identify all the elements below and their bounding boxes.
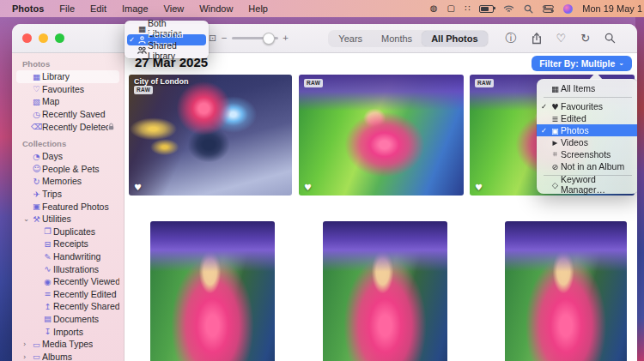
receipts-icon: ⊟ — [42, 239, 53, 249]
sidebar-item-map[interactable]: ▧ Map — [16, 95, 119, 108]
raw-badge: RAW — [304, 79, 323, 87]
display-icon[interactable]: ▢ — [447, 4, 454, 13]
sidebar-item-people-pets[interactable]: ☺ People & Pets — [16, 163, 119, 176]
traffic-lights — [12, 33, 64, 43]
menu-view[interactable]: View — [156, 3, 192, 14]
sidebar-item-imports[interactable]: ↧ Imports — [16, 325, 119, 338]
people-icon: ☺ — [31, 164, 42, 173]
trash-icon: ⌫ — [31, 122, 42, 131]
menu-bar-clock[interactable]: Mon 19 May 1 — [582, 3, 642, 14]
share-icon[interactable] — [532, 33, 542, 45]
close-button[interactable] — [22, 33, 32, 43]
zoom-slider-knob[interactable] — [263, 33, 275, 45]
filter-item-all-items[interactable]: ▦ All Items — [537, 82, 637, 94]
library-icon: ▦ — [31, 72, 42, 81]
globe-icon[interactable]: ◍ — [430, 4, 438, 13]
chevron-right-icon[interactable]: › — [23, 352, 31, 361]
filter-item-screenshots[interactable]: ⌗ Screenshots — [537, 148, 637, 160]
grid-icon: ▦ — [550, 84, 561, 93]
filter-item-favourites[interactable]: ✓ ♥ Favourites — [537, 100, 637, 112]
filter-item-photos[interactable]: ✓ ▣ Photos — [537, 124, 637, 136]
chevron-down-icon: ⌄ — [618, 60, 624, 67]
fullscreen-button[interactable] — [55, 33, 64, 43]
favourite-icon[interactable]: ♡ — [556, 33, 567, 44]
chevron-down-icon[interactable]: ⌄ — [23, 214, 31, 223]
menu-window[interactable]: Window — [191, 3, 240, 14]
info-icon[interactable]: ⓘ — [506, 33, 517, 44]
wifi-icon[interactable] — [503, 4, 514, 13]
menu-file[interactable]: File — [52, 3, 82, 14]
featured-icon: ▣ — [31, 202, 42, 211]
photo-thumbnail[interactable] — [323, 221, 447, 361]
tab-years[interactable]: Years — [329, 31, 372, 46]
raw-badge: RAW — [134, 86, 153, 94]
filter-item-videos[interactable]: ▶ Videos — [537, 136, 637, 148]
sidebar-item-recently-viewed[interactable]: ◉ Recently Viewed — [16, 275, 119, 288]
sidebar-item-duplicates[interactable]: ❐ Duplicates — [16, 226, 119, 238]
menu-image[interactable]: Image — [114, 3, 156, 14]
sidebar-item-utilities[interactable]: ⌄ ⚒ Utilities — [16, 213, 119, 226]
thumbnail-size-icon: ⊡ — [209, 33, 216, 43]
sidebar-item-memories[interactable]: ↻ Memories — [16, 175, 119, 188]
sidebar-item-documents[interactable]: ▤ Documents — [16, 313, 119, 326]
menu-app-photos[interactable]: Photos — [0, 3, 52, 14]
video-icon: ▶ — [550, 139, 561, 147]
sliders-icon: ≣ — [550, 114, 561, 123]
minimize-button[interactable] — [39, 33, 48, 43]
spotlight-search-icon[interactable] — [524, 4, 533, 14]
keyboard-brightness-icon[interactable]: ∷ — [465, 4, 470, 13]
utilities-icon: ⚒ — [31, 214, 42, 224]
sidebar-item-days[interactable]: ◔ Days — [16, 150, 119, 163]
sidebar-item-trips[interactable]: ✈ Trips — [16, 188, 119, 201]
menu-edit[interactable]: Edit — [82, 3, 114, 14]
tab-all-photos[interactable]: All Photos — [422, 31, 487, 46]
photo-thumbnail[interactable] — [150, 221, 275, 361]
tab-months[interactable]: Months — [372, 31, 422, 46]
filter-item-keyword-manager[interactable]: ◇ Keyword Manager… — [537, 178, 637, 190]
tag-icon: ◇ — [550, 180, 561, 190]
sidebar-item-favourites[interactable]: ♡ Favourites — [16, 83, 119, 96]
chevron-right-icon[interactable]: › — [23, 340, 31, 348]
filter-item-edited[interactable]: ≣ Edited — [537, 112, 637, 124]
documents-icon: ▤ — [42, 314, 53, 323]
menu-separator — [544, 97, 632, 98]
battery-icon[interactable] — [479, 5, 494, 13]
sidebar-item-albums[interactable]: › ▭ Albums — [16, 350, 119, 361]
photo-thumbnail[interactable] — [505, 221, 627, 361]
no-album-icon: ⊘ — [550, 162, 561, 171]
menu-item-shared-library[interactable]: Shared Library — [127, 45, 206, 57]
favourite-heart-icon: ♥ — [475, 183, 483, 192]
sidebar-item-library[interactable]: ▦ Library — [16, 70, 119, 83]
control-center-icon[interactable] — [543, 5, 554, 13]
sidebar: Photos ▦ Library ♡ Favourites ▧ Map ◷ Re… — [12, 53, 125, 361]
filter-by-button[interactable]: Filter By: Multiple ⌄ — [532, 56, 632, 71]
desktop-wallpaper: Photos File Edit Image View Window Help … — [0, 0, 644, 361]
sidebar-item-recently-saved[interactable]: ◷ Recently Saved — [16, 108, 119, 121]
menu-help[interactable]: Help — [240, 3, 276, 14]
zoom-slider[interactable] — [232, 37, 278, 39]
sidebar-item-media-types[interactable]: › ▭ Media Types — [16, 338, 119, 351]
menu-bar-status: ◍ ▢ ∷ Mon 19 May 1 — [430, 3, 644, 14]
heart-icon: ♥ — [550, 102, 561, 111]
menu-bar: Photos File Edit Image View Window Help … — [0, 0, 644, 17]
sidebar-item-recently-shared[interactable]: ↥ Recently Shared — [16, 300, 119, 313]
sidebar-item-illustrations[interactable]: ∿ Illustrations — [16, 262, 119, 275]
search-icon[interactable] — [605, 33, 616, 44]
sidebar-item-featured-photos[interactable]: ▣ Featured Photos — [16, 200, 119, 213]
map-icon: ▧ — [31, 97, 42, 106]
rotate-icon[interactable]: ↻ — [580, 33, 590, 44]
two-people-icon — [137, 46, 148, 54]
heart-icon: ♡ — [31, 84, 42, 93]
photo-thumbnail[interactable]: City of London RAW ♥ — [129, 75, 292, 196]
sidebar-item-recently-edited[interactable]: ≡ Recently Edited — [16, 288, 119, 301]
popover-arrow — [589, 72, 603, 80]
check-icon: ✓ — [129, 35, 137, 44]
sidebar-item-recently-deleted[interactable]: ⌫ Recently Deleted — [16, 120, 119, 133]
library-menu: ▦ Both Libraries ✓ Personal Library Shar… — [125, 21, 209, 58]
photo-thumbnail[interactable]: RAW ♥ — [299, 75, 464, 196]
filter-item-not-in-album[interactable]: ⊘ Not in an Album — [537, 160, 637, 172]
siri-icon[interactable] — [563, 4, 573, 14]
sidebar-item-handwriting[interactable]: ✎ Handwriting — [16, 250, 119, 263]
photos-window: ⊡ − + Years Months All Photos ⓘ ♡ ↻ — [12, 24, 637, 361]
sidebar-item-receipts[interactable]: ⊟ Receipts — [16, 238, 119, 250]
